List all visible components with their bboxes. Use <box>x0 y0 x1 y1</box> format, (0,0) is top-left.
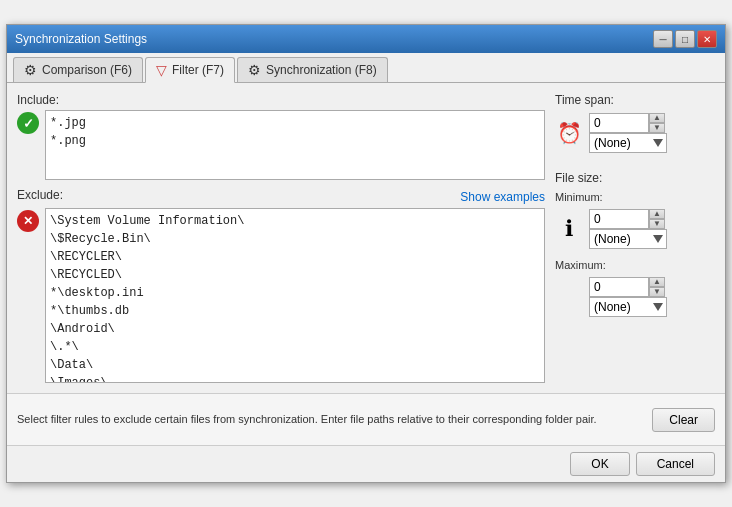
time-span-title: Time span: <box>555 93 715 107</box>
tab-filter[interactable]: ▽ Filter (F7) <box>145 57 235 83</box>
file-size-min-row: ℹ ▲ ▼ (None) KB MB <box>555 209 715 249</box>
show-examples-link[interactable]: Show examples <box>460 190 545 204</box>
maximum-input[interactable] <box>589 277 649 297</box>
ok-button[interactable]: OK <box>570 452 629 476</box>
clock-icon: ⏰ <box>555 119 583 147</box>
minimum-up-button[interactable]: ▲ <box>649 209 665 219</box>
description-bar: Select filter rules to exclude certain f… <box>7 393 725 445</box>
content-area: Include: *.jpg *.png Exclude: Show examp… <box>7 83 725 393</box>
cancel-button[interactable]: Cancel <box>636 452 715 476</box>
exclude-label: Exclude: <box>17 188 63 202</box>
exclude-section: Exclude: Show examples \System Volume In… <box>17 188 545 383</box>
minimum-down-button[interactable]: ▼ <box>649 219 665 229</box>
time-span-down-button[interactable]: ▼ <box>649 123 665 133</box>
minimum-label: Minimum: <box>555 191 715 203</box>
time-span-row: ⏰ ▲ ▼ (None) 1 day 1 week <box>555 113 715 153</box>
exclude-header: Exclude: Show examples <box>17 188 545 205</box>
footer: OK Cancel <box>7 445 725 482</box>
file-size-max-row: ▲ ▼ (None) KB MB GB <box>555 277 715 317</box>
exclude-row: \System Volume Information\ \$Recycle.Bi… <box>17 208 545 383</box>
minimum-spin-buttons: ▲ ▼ <box>649 209 665 229</box>
minimum-spinner: ▲ ▼ (None) KB MB GB <box>589 209 667 249</box>
exclude-textarea[interactable]: \System Volume Information\ \$Recycle.Bi… <box>45 208 545 383</box>
time-span-group: Time span: ⏰ ▲ ▼ (None) 1 <box>555 93 715 153</box>
time-span-dropdown[interactable]: (None) 1 day 1 week 1 month <box>589 133 667 153</box>
maximum-input-row: ▲ ▼ <box>589 277 667 297</box>
info-icon: ℹ <box>555 215 583 243</box>
tab-comparison[interactable]: ⚙ Comparison (F6) <box>13 57 143 82</box>
main-window: Synchronization Settings ─ □ ✕ ⚙ Compari… <box>6 24 726 483</box>
include-checkmark-icon <box>17 112 39 134</box>
left-panel: Include: *.jpg *.png Exclude: Show examp… <box>17 93 545 383</box>
tab-synchronization[interactable]: ⚙ Synchronization (F8) <box>237 57 388 82</box>
gear-icon: ⚙ <box>24 62 37 78</box>
tab-bar: ⚙ Comparison (F6) ▽ Filter (F7) ⚙ Synchr… <box>7 53 725 83</box>
time-span-input-row: ▲ ▼ <box>589 113 667 133</box>
minimum-input-row: ▲ ▼ <box>589 209 667 229</box>
description-text: Select filter rules to exclude certain f… <box>17 411 652 428</box>
maximum-spinner: ▲ ▼ (None) KB MB GB <box>589 277 667 317</box>
include-area: *.jpg *.png <box>17 110 545 180</box>
file-size-title: File size: <box>555 171 715 185</box>
tab-filter-label: Filter (F7) <box>172 63 224 77</box>
maximum-dropdown[interactable]: (None) KB MB GB <box>589 297 667 317</box>
maximize-button[interactable]: □ <box>675 30 695 48</box>
minimum-input[interactable] <box>589 209 649 229</box>
tab-synchronization-label: Synchronization (F8) <box>266 63 377 77</box>
title-bar-title: Synchronization Settings <box>15 32 147 46</box>
include-label: Include: <box>17 93 545 107</box>
maximum-up-button[interactable]: ▲ <box>649 277 665 287</box>
exclude-x-icon <box>17 210 39 232</box>
file-size-group: File size: Minimum: ℹ ▲ ▼ (None) <box>555 171 715 317</box>
window-title: Synchronization Settings <box>15 32 147 46</box>
tab-comparison-label: Comparison (F6) <box>42 63 132 77</box>
maximum-spin-buttons: ▲ ▼ <box>649 277 665 297</box>
sync-icon: ⚙ <box>248 62 261 78</box>
maximum-down-button[interactable]: ▼ <box>649 287 665 297</box>
minimize-button[interactable]: ─ <box>653 30 673 48</box>
title-bar: Synchronization Settings ─ □ ✕ <box>7 25 725 53</box>
time-span-input[interactable] <box>589 113 649 133</box>
right-panel: Time span: ⏰ ▲ ▼ (None) 1 <box>555 93 715 383</box>
time-span-up-button[interactable]: ▲ <box>649 113 665 123</box>
close-button[interactable]: ✕ <box>697 30 717 48</box>
clear-button[interactable]: Clear <box>652 408 715 432</box>
time-span-spin-buttons: ▲ ▼ <box>649 113 665 133</box>
time-span-spinner: ▲ ▼ (None) 1 day 1 week 1 month <box>589 113 667 153</box>
minimum-dropdown[interactable]: (None) KB MB GB <box>589 229 667 249</box>
include-section: Include: *.jpg *.png <box>17 93 545 180</box>
filter-icon: ▽ <box>156 62 167 78</box>
maximum-label: Maximum: <box>555 259 715 271</box>
include-textarea[interactable]: *.jpg *.png <box>45 110 545 180</box>
title-bar-controls: ─ □ ✕ <box>653 30 717 48</box>
